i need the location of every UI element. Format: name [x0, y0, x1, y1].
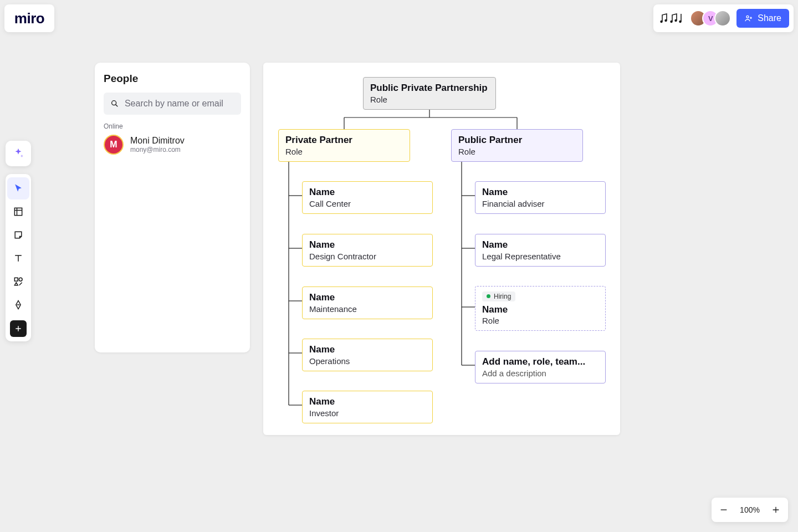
shapes-icon [13, 276, 24, 287]
hiring-badge: Hiring [482, 291, 515, 301]
avatar-stack[interactable]: V [690, 10, 731, 27]
node-subtitle: Add a description [482, 369, 598, 378]
list-item[interactable]: M Moni Dimitrov mony@miro.com [104, 135, 241, 155]
avatar: M [104, 135, 124, 155]
tool-text[interactable] [7, 247, 29, 269]
org-node-private-child[interactable]: Name Operations [302, 339, 433, 371]
music-notes-icon[interactable] [658, 10, 684, 27]
sticky-icon [13, 229, 24, 241]
people-plus-icon [744, 14, 753, 23]
plus-icon [771, 505, 780, 514]
svg-point-5 [746, 16, 749, 18]
hiring-label: Hiring [494, 293, 511, 300]
pen-icon [13, 299, 24, 310]
avatar [714, 10, 731, 27]
svg-point-2 [671, 21, 673, 23]
people-panel: People Online M Moni Dimitrov mony@miro.… [95, 63, 250, 352]
people-title: People [104, 73, 241, 85]
person-name: Moni Dimitrov [130, 136, 185, 146]
node-title: Name [482, 239, 598, 250]
canvas-frame[interactable]: Public Private Partnership Role Private … [263, 63, 620, 435]
cursor-icon [13, 183, 24, 194]
tool-sticky[interactable] [7, 224, 29, 246]
node-title: Name [482, 187, 598, 198]
frame-icon [13, 206, 24, 217]
node-title: Name [482, 304, 598, 315]
org-node-add-placeholder[interactable]: Add name, role, team... Add a descriptio… [475, 351, 606, 383]
node-subtitle: Role [285, 147, 403, 156]
zoom-in-button[interactable] [764, 498, 788, 522]
node-title: Public Private Partnership [370, 83, 489, 94]
org-node-private-child[interactable]: Name Investor [302, 391, 433, 423]
node-subtitle: Legal Representative [482, 252, 598, 261]
zoom-level[interactable]: 100% [736, 505, 764, 514]
tool-select[interactable] [7, 177, 29, 200]
node-title: Name [309, 239, 426, 250]
sparkle-icon [12, 147, 24, 160]
org-node-public-partner[interactable]: Public Partner Role [451, 129, 583, 162]
logo-text: miro [14, 10, 44, 27]
svg-point-3 [675, 19, 677, 22]
left-toolbar [6, 174, 31, 341]
tool-ai[interactable] [6, 141, 31, 166]
tool-add[interactable] [10, 320, 27, 337]
node-subtitle: Role [370, 95, 489, 104]
online-label: Online [104, 122, 241, 130]
tool-shapes[interactable] [7, 270, 29, 293]
svg-point-0 [661, 21, 663, 23]
share-button[interactable]: Share [736, 9, 789, 28]
org-node-public-child[interactable]: Name Financial adviser [475, 181, 606, 214]
person-email: mony@miro.com [130, 146, 185, 154]
zoom-out-button[interactable] [712, 498, 736, 522]
search-input[interactable] [125, 99, 234, 109]
plus-icon [14, 325, 22, 332]
org-node-hiring[interactable]: Hiring Name Role [475, 286, 606, 331]
search-wrap[interactable] [104, 93, 241, 115]
node-subtitle: Role [482, 316, 598, 325]
search-icon [110, 99, 119, 109]
org-node-private-child[interactable]: Name Design Contractor [302, 234, 433, 267]
node-title: Add name, role, team... [482, 356, 598, 367]
org-node-private-child[interactable]: Name Call Center [302, 181, 433, 214]
node-title: Name [309, 344, 426, 355]
node-title: Public Partner [458, 135, 576, 146]
svg-point-1 [665, 19, 667, 22]
svg-point-8 [19, 278, 22, 281]
svg-rect-7 [14, 278, 18, 281]
top-right-bar: V Share [653, 4, 794, 32]
node-subtitle: Operations [309, 356, 426, 366]
tool-pen[interactable] [7, 294, 29, 316]
org-node-root[interactable]: Public Private Partnership Role [363, 77, 496, 110]
node-subtitle: Financial adviser [482, 199, 598, 208]
svg-point-9 [112, 101, 116, 105]
app-logo[interactable]: miro [4, 4, 54, 32]
text-icon [13, 253, 24, 264]
svg-point-4 [679, 21, 682, 23]
node-subtitle: Maintenance [309, 304, 426, 314]
node-subtitle: Investor [309, 408, 426, 418]
node-subtitle: Role [458, 147, 576, 156]
zoom-controls: 100% [712, 498, 788, 522]
node-subtitle: Design Contractor [309, 252, 426, 261]
node-title: Name [309, 292, 426, 303]
org-node-private-child[interactable]: Name Maintenance [302, 287, 433, 319]
status-dot-icon [487, 294, 490, 298]
node-title: Name [309, 187, 426, 198]
node-subtitle: Call Center [309, 199, 426, 208]
node-title: Name [309, 396, 426, 407]
org-node-private-partner[interactable]: Private Partner Role [278, 129, 410, 162]
org-node-public-child[interactable]: Name Legal Representative [475, 234, 606, 267]
share-label: Share [758, 13, 781, 23]
svg-rect-6 [14, 208, 22, 215]
minus-icon [719, 505, 728, 514]
tool-frame[interactable] [7, 201, 29, 223]
node-title: Private Partner [285, 135, 403, 146]
